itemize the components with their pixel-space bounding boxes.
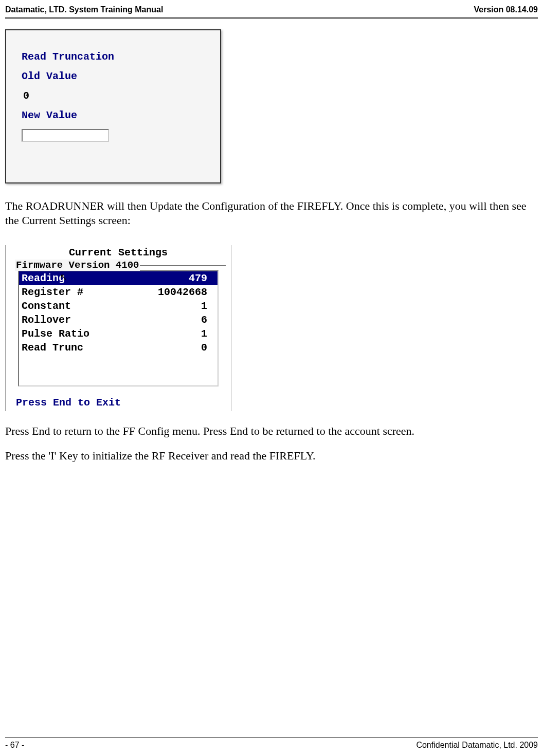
paragraph-1: The ROADRUNNER will then Update the Conf…: [5, 199, 538, 227]
current-settings-dialog: Current Settings Firmware Version 4100 ↖…: [5, 245, 231, 411]
row-label: Reading: [22, 272, 65, 284]
footer-divider: [5, 737, 538, 738]
settings-row-trunc[interactable]: Read Trunc 0: [19, 341, 218, 355]
row-label: Read Trunc: [22, 342, 83, 354]
footer-page-number: - 67 -: [5, 741, 24, 750]
header-right-text: Version 08.14.09: [474, 5, 538, 14]
dialog1-new-label: New Value: [22, 109, 205, 121]
settings-header: Current Settings: [6, 245, 231, 260]
read-truncation-dialog: Read Truncation Old Value 0 New Value: [5, 29, 221, 183]
row-label: Constant: [22, 300, 71, 312]
header-left-text: Datamatic, LTD. System Training Manual: [5, 5, 163, 14]
row-value: 1: [201, 300, 207, 312]
paragraph-3: Press the 'I' Key to initialize the RF R…: [5, 449, 538, 463]
settings-row-reading[interactable]: Reading 479: [19, 271, 218, 285]
header-divider: [5, 17, 538, 19]
row-value: 10042668: [158, 286, 207, 298]
new-value-input[interactable]: [22, 129, 109, 142]
dialog1-old-value: 0: [23, 90, 205, 102]
settings-list: Reading 479 Register # 10042668 Constant…: [18, 270, 219, 386]
footer-copyright: Confidential Datamatic, Ltd. 2009: [416, 741, 538, 750]
firmware-label: Firmware Version 4100: [15, 260, 140, 271]
settings-row-constant[interactable]: Constant 1: [19, 299, 218, 313]
row-value: 1: [201, 328, 207, 340]
row-value: 479: [189, 272, 207, 284]
row-value: 6: [201, 314, 207, 326]
page-header: Datamatic, LTD. System Training Manual V…: [0, 0, 543, 17]
page-footer: - 67 - Confidential Datamatic, Ltd. 2009: [0, 737, 543, 750]
settings-row-rollover[interactable]: Rollover 6: [19, 313, 218, 327]
settings-row-register[interactable]: Register # 10042668: [19, 285, 218, 299]
firmware-header: Firmware Version 4100: [11, 260, 226, 270]
row-value: 0: [201, 342, 207, 354]
paragraph-2: Press End to return to the FF Config men…: [5, 424, 538, 438]
dialog1-old-label: Old Value: [22, 70, 205, 82]
settings-row-pulse[interactable]: Pulse Ratio 1: [19, 327, 218, 341]
row-label: Pulse Ratio: [22, 328, 89, 340]
dialog1-title: Read Truncation: [22, 51, 205, 63]
settings-empty-space: [19, 355, 218, 385]
row-label: Register #: [22, 286, 83, 298]
press-end-exit-label: Press End to Exit: [6, 389, 231, 411]
row-label: Rollover: [22, 314, 71, 326]
